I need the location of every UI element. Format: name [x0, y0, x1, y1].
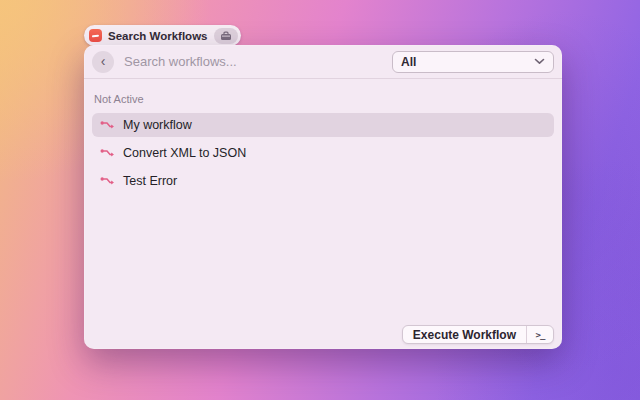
list-item-convert-xml-to-json[interactable]: Convert XML to JSON [92, 141, 554, 165]
window-header: ‹ All [84, 45, 562, 79]
list-item-label: Test Error [123, 174, 177, 188]
list-item-test-error[interactable]: Test Error [92, 169, 554, 193]
workflow-icon [100, 120, 115, 130]
filter-dropdown[interactable]: All [392, 51, 554, 73]
list-item-label: My workflow [123, 118, 192, 132]
section-header: Not Active [94, 93, 554, 105]
terminal-prompt-icon: >_ [527, 326, 553, 343]
workflow-icon [100, 176, 115, 186]
execute-workflow-label: Execute Workflow [403, 326, 526, 343]
workflow-icon [100, 148, 115, 158]
search-workflows-window: ‹ All Not Active My workflow [84, 45, 562, 349]
launcher-pill[interactable]: Search Workflows [84, 25, 241, 46]
list-item-my-workflow[interactable]: My workflow [92, 113, 554, 137]
workflow-list: My workflow Convert XML to JSON [92, 113, 554, 193]
search-input[interactable] [124, 54, 382, 69]
execute-workflow-button[interactable]: Execute Workflow >_ [402, 325, 554, 344]
briefcase-icon [220, 31, 232, 41]
hotkey-recorder[interactable] [214, 28, 238, 44]
filter-dropdown-value: All [401, 55, 416, 69]
launcher-pill-label: Search Workflows [108, 30, 208, 42]
window-body: Not Active My workflow [84, 79, 562, 201]
workflow-app-icon [89, 29, 102, 42]
chevron-left-icon: ‹ [101, 54, 106, 68]
back-button[interactable]: ‹ [92, 51, 114, 73]
chevron-down-icon [534, 58, 545, 65]
list-item-label: Convert XML to JSON [123, 146, 246, 160]
